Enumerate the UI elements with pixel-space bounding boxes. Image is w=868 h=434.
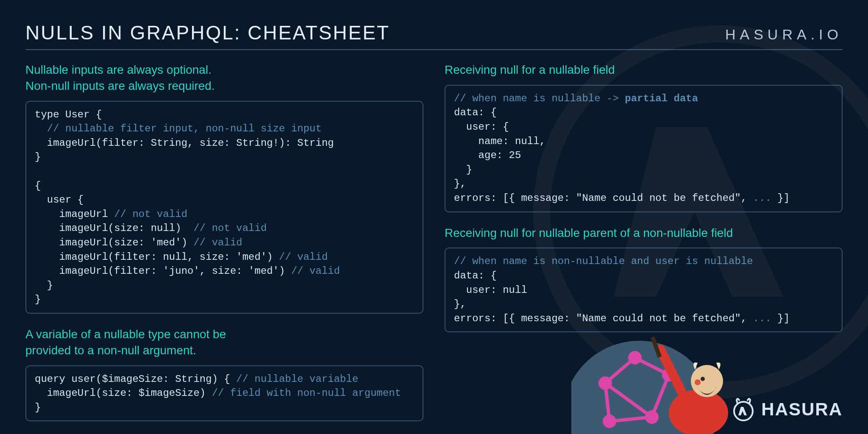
hasura-logo-icon [732, 398, 755, 421]
hasura-logo-text: HASURA [761, 399, 843, 420]
header: NULLS IN GRAPHQL: CHEATSHEET HASURA.IO [25, 21, 843, 50]
hasura-logo: HASURA [732, 398, 843, 421]
heading-line: A variable of a nullable type cannot be [25, 328, 226, 341]
code-block-parent-null: // when name is non-nullable and user is… [445, 248, 843, 332]
section-heading-nullable-parent: Receiving null for nullable parent of a … [445, 225, 843, 241]
left-column: Nullable inputs are always optional. Non… [25, 62, 423, 434]
code-block-type-user: type User { // nullable filter input, no… [25, 101, 423, 314]
brand-url: HASURA.IO [725, 26, 843, 43]
heading-line: provided to a non-null argument. [25, 344, 196, 357]
content-columns: Nullable inputs are always optional. Non… [25, 62, 843, 434]
heading-line: Nullable inputs are always optional. [25, 63, 211, 76]
section-heading-variable: A variable of a nullable type cannot be … [25, 326, 423, 359]
section-heading-nullable-field: Receiving null for a nullable field [445, 62, 843, 78]
code-block-partial-data: // when name is nullable -> partial data… [445, 85, 843, 212]
page-title: NULLS IN GRAPHQL: CHEATSHEET [25, 21, 390, 44]
code-block-query-user: query user($imageSize: String) { // null… [25, 365, 423, 422]
right-column: Receiving null for a nullable field // w… [445, 62, 843, 434]
heading-line: Non-null inputs are always required. [25, 79, 215, 92]
section-heading-inputs: Nullable inputs are always optional. Non… [25, 62, 423, 94]
